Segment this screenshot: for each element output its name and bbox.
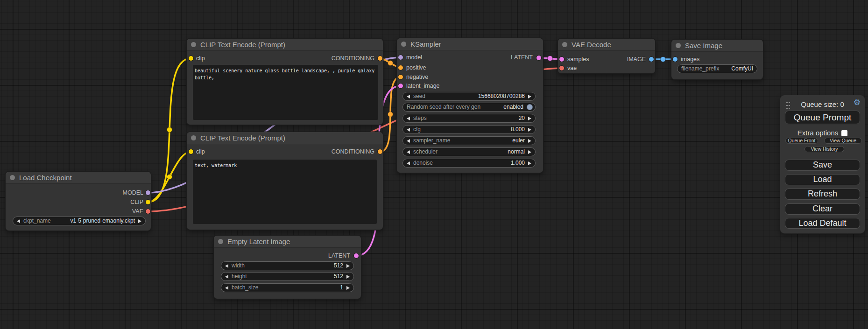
increment-arrow-icon[interactable] xyxy=(528,161,531,165)
widget-seed[interactable]: seed 156680208700286 xyxy=(402,92,536,101)
input-label-images: images xyxy=(681,56,699,63)
node-titlebar[interactable]: CLIP Text Encode (Prompt) xyxy=(187,39,383,51)
clear-button[interactable]: Clear xyxy=(785,203,860,215)
increment-arrow-icon[interactable] xyxy=(138,219,141,223)
widget-label: sampler_name xyxy=(413,137,450,145)
decrement-arrow-icon[interactable] xyxy=(407,150,410,154)
node-load-checkpoint[interactable]: Load Checkpoint MODEL CLIP VAE ckpt_name… xyxy=(6,172,151,231)
widget-width[interactable]: width 512 xyxy=(221,261,354,270)
node-clip-text-encode-positive[interactable]: CLIP Text Encode (Prompt) clip CONDITION… xyxy=(187,39,383,125)
node-save-image[interactable]: Save Image images filename_prefix ComfyU… xyxy=(671,40,763,79)
widget-batch-size[interactable]: batch_size 1 xyxy=(221,283,354,292)
widget-height[interactable]: height 512 xyxy=(221,272,354,281)
output-label-model: MODEL xyxy=(123,190,143,196)
output-port-vae[interactable] xyxy=(146,209,150,214)
widget-denoise[interactable]: denoise 1.000 xyxy=(402,159,536,168)
widget-value: 512 xyxy=(334,262,343,270)
increment-arrow-icon[interactable] xyxy=(346,264,350,268)
output-port-conditioning[interactable] xyxy=(378,149,382,154)
output-port-latent[interactable] xyxy=(536,56,541,60)
toggle-circle-icon[interactable] xyxy=(527,104,533,110)
gear-icon[interactable]: ⚙ xyxy=(854,98,861,107)
widget-scheduler[interactable]: scheduler normal xyxy=(402,147,536,156)
node-titlebar[interactable]: VAE Decode xyxy=(558,39,655,51)
increment-arrow-icon[interactable] xyxy=(346,275,350,279)
output-port-model[interactable] xyxy=(146,190,150,195)
increment-arrow-icon[interactable] xyxy=(528,95,531,98)
decrement-arrow-icon[interactable] xyxy=(225,275,228,279)
node-titlebar[interactable]: Save Image xyxy=(671,40,763,52)
decrement-arrow-icon[interactable] xyxy=(407,117,410,120)
node-titlebar[interactable]: KSampler xyxy=(397,38,543,50)
collapse-dot-icon[interactable] xyxy=(218,239,223,244)
node-titlebar[interactable]: Empty Latent Image xyxy=(214,236,361,248)
widget-sampler-name[interactable]: sampler_name euler xyxy=(402,136,536,145)
load-default-button[interactable]: Load Default xyxy=(785,218,860,229)
collapse-dot-icon[interactable] xyxy=(191,42,196,47)
input-port-clip[interactable] xyxy=(189,149,193,154)
node-title: CLIP Text Encode (Prompt) xyxy=(200,41,285,49)
widget-steps[interactable]: steps 20 xyxy=(402,114,536,123)
input-port-positive[interactable] xyxy=(398,65,403,70)
node-clip-text-encode-negative[interactable]: CLIP Text Encode (Prompt) clip CONDITION… xyxy=(187,132,383,230)
input-port-vae[interactable] xyxy=(559,66,564,70)
load-button[interactable]: Load xyxy=(785,174,860,185)
widget-label: cfg xyxy=(413,126,421,133)
increment-arrow-icon[interactable] xyxy=(346,286,350,290)
widget-random-seed-toggle[interactable]: Random seed after every gen enabled xyxy=(402,103,536,112)
decrement-arrow-icon[interactable] xyxy=(225,286,228,290)
save-button[interactable]: Save xyxy=(785,160,860,171)
collapse-dot-icon[interactable] xyxy=(401,42,406,47)
input-port-latent-image[interactable] xyxy=(398,84,403,88)
decrement-arrow-icon[interactable] xyxy=(17,219,20,223)
queue-prompt-button[interactable]: Queue Prompt xyxy=(785,111,860,124)
extra-options-checkbox[interactable] xyxy=(841,130,847,136)
node-empty-latent-image[interactable]: Empty Latent Image LATENT width 512 heig… xyxy=(214,236,361,299)
increment-arrow-icon[interactable] xyxy=(528,139,531,143)
queue-front-button[interactable]: Queue Front xyxy=(785,138,818,144)
decrement-arrow-icon[interactable] xyxy=(407,161,410,165)
increment-arrow-icon[interactable] xyxy=(528,128,531,132)
view-queue-button[interactable]: View Queue xyxy=(824,138,862,144)
input-port-clip[interactable] xyxy=(189,56,193,61)
link-midpoint-dot xyxy=(548,56,553,61)
widget-label: steps xyxy=(413,114,427,122)
widget-label: height xyxy=(232,273,247,280)
input-label-positive: positive xyxy=(406,65,426,71)
collapse-dot-icon[interactable] xyxy=(10,175,15,180)
input-port-negative[interactable] xyxy=(398,75,403,79)
output-port-image[interactable] xyxy=(649,57,654,62)
collapse-dot-icon[interactable] xyxy=(191,135,196,140)
widget-value: 1 xyxy=(340,284,343,292)
decrement-arrow-icon[interactable] xyxy=(407,95,410,98)
increment-arrow-icon[interactable] xyxy=(528,117,531,120)
output-port-clip[interactable] xyxy=(146,200,150,204)
input-port-images[interactable] xyxy=(673,57,677,62)
queue-panel: Queue size: 0 ⚙ Queue Prompt Extra optio… xyxy=(780,95,865,233)
output-port-latent[interactable] xyxy=(354,253,359,258)
positive-prompt-textarea[interactable]: beautiful scenery nature glass bottle la… xyxy=(193,65,378,120)
widget-cfg[interactable]: cfg 8.000 xyxy=(402,125,536,134)
node-title: Load Checkpoint xyxy=(19,174,72,182)
collapse-dot-icon[interactable] xyxy=(676,43,681,48)
comfyui-canvas[interactable]: { "colors": { "model": "#B39DDB", "clip"… xyxy=(0,0,868,329)
widget-filename-prefix[interactable]: filename_prefix ComfyUI xyxy=(677,64,757,73)
decrement-arrow-icon[interactable] xyxy=(407,139,410,143)
node-titlebar[interactable]: CLIP Text Encode (Prompt) xyxy=(187,132,383,144)
decrement-arrow-icon[interactable] xyxy=(407,128,410,132)
widget-value: euler xyxy=(512,137,525,145)
node-titlebar[interactable]: Load Checkpoint xyxy=(6,172,151,184)
widget-ckpt-name[interactable]: ckpt_name v1-5-pruned-emaonly.ckpt xyxy=(13,217,146,225)
decrement-arrow-icon[interactable] xyxy=(225,264,228,268)
node-ksampler[interactable]: KSampler model positive negative latent_… xyxy=(397,38,543,173)
collapse-dot-icon[interactable] xyxy=(562,42,567,47)
refresh-button[interactable]: Refresh xyxy=(785,189,860,200)
negative-prompt-textarea[interactable]: text, watermark xyxy=(193,160,377,224)
node-vae-decode[interactable]: VAE Decode samples vae IMAGE xyxy=(558,39,655,73)
input-port-samples[interactable] xyxy=(559,57,564,62)
view-history-button[interactable]: View History xyxy=(804,146,844,152)
output-port-conditioning[interactable] xyxy=(378,56,382,61)
widget-label: seed xyxy=(413,92,425,100)
input-port-model[interactable] xyxy=(398,55,403,60)
increment-arrow-icon[interactable] xyxy=(528,150,531,154)
